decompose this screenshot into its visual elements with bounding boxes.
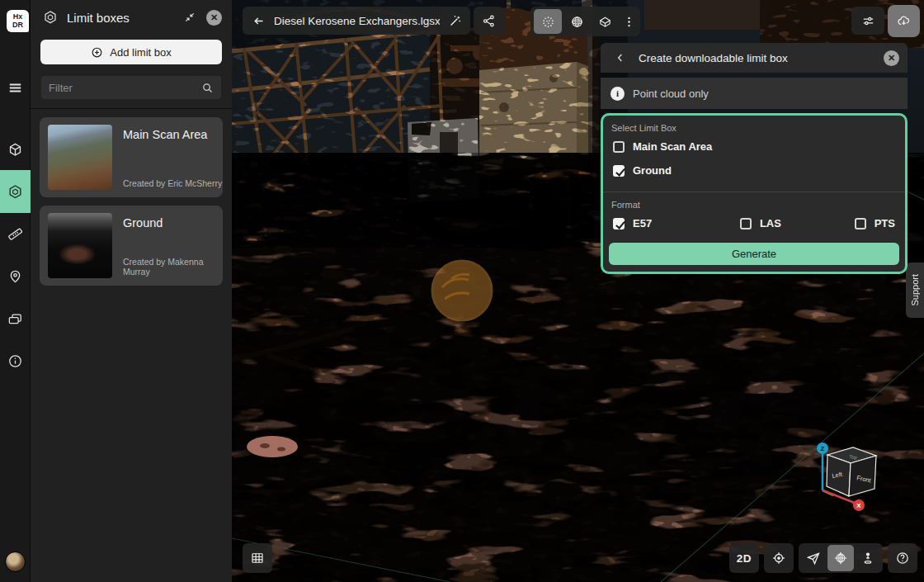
target-icon	[771, 551, 786, 565]
highlighted-form-section: Select Limit Box Main Scan Area Ground F…	[601, 113, 908, 274]
main-menu-button[interactable]	[0, 71, 31, 104]
orbit-mode-button[interactable]	[827, 545, 854, 571]
back-button[interactable]	[243, 14, 274, 28]
limit-box-icon	[7, 184, 23, 200]
info-banner-text: Point cloud only	[633, 88, 709, 100]
format-option-label: PTS	[874, 217, 895, 229]
limit-box-byline: Created by Eric McSherry	[123, 178, 222, 188]
format-section: Format E57 LAS PTS	[603, 192, 905, 238]
pedestrian-icon	[860, 551, 875, 565]
format-options-row: E57 LAS PTS	[613, 217, 895, 229]
filter-field[interactable]	[41, 76, 221, 99]
ruler-icon	[7, 226, 23, 242]
format-option-label: E57	[633, 217, 652, 229]
mesh-layer-button[interactable]	[564, 9, 590, 34]
more-options-button[interactable]	[620, 9, 637, 34]
dialog-back-button[interactable]	[610, 48, 630, 68]
info-icon: i	[610, 87, 625, 101]
mode-2d-label: 2D	[737, 552, 752, 565]
table-view-button[interactable]	[243, 543, 272, 573]
fly-mode-button[interactable]	[800, 545, 827, 571]
format-section-label: Format	[611, 200, 897, 210]
format-option[interactable]: PTS	[855, 217, 895, 229]
sliders-icon	[861, 14, 875, 28]
limit-boxes-panel: Limit boxes ✕ Add limit box Main Scan Ar…	[31, 0, 232, 582]
paper-plane-icon	[806, 551, 821, 565]
support-tab-label: Support	[910, 274, 920, 306]
las-checkbox[interactable]	[740, 218, 752, 229]
limit-box-byline: Created by Makenna Murray	[123, 257, 223, 277]
limit-box-title: Main Scan Area	[123, 128, 207, 141]
panel-title: Limit boxes	[67, 11, 180, 25]
limit-box-title: Ground	[123, 216, 163, 229]
create-limit-box-dialog: Create downloadable limit box ✕ i Point …	[601, 43, 908, 274]
svg-text:Z: Z	[821, 445, 825, 452]
search-icon	[201, 82, 214, 94]
dialog-close-button[interactable]: ✕	[884, 50, 899, 66]
svg-text:X: X	[856, 502, 861, 509]
download-button[interactable]	[888, 5, 920, 37]
mode-2d-button[interactable]: 2D	[729, 543, 759, 573]
limit-box-list-item[interactable]: Ground Created by Makenna Murray	[40, 206, 223, 286]
limit-box-option-label: Ground	[633, 164, 672, 177]
sidebar-item-limit-boxes[interactable]	[0, 170, 31, 213]
document-title: Diesel Kerosene Exchangers.lgsx	[274, 15, 441, 27]
point-cloud-layer-button[interactable]	[534, 9, 562, 34]
scan-position-marker[interactable]	[432, 261, 492, 320]
panel-header: Limit boxes ✕	[31, 0, 232, 35]
main-scan-area-checkbox[interactable]	[613, 141, 625, 153]
plus-circle-icon	[91, 46, 103, 59]
map-pin-icon	[7, 268, 23, 284]
dialog-title: Create downloadable limit box	[639, 52, 884, 64]
add-limit-box-button[interactable]: Add limit box	[40, 40, 222, 64]
share-button[interactable]	[474, 7, 504, 35]
format-option[interactable]: E57	[613, 217, 652, 229]
collapse-panel-button[interactable]	[180, 7, 200, 27]
layers-stack-icon	[7, 311, 23, 327]
close-panel-button[interactable]: ✕	[206, 10, 222, 26]
view-settings-button[interactable]	[851, 7, 884, 35]
limit-box-thumbnail	[48, 213, 112, 278]
globe-crosshair-icon	[833, 551, 848, 565]
support-tab[interactable]: Support	[906, 263, 924, 318]
info-banner: i Point cloud only	[601, 78, 908, 109]
collapse-arrows-icon	[183, 11, 196, 24]
user-avatar[interactable]	[5, 551, 26, 572]
limit-box-list-item[interactable]: Main Scan Area Created by Eric McSherry	[40, 117, 223, 197]
limit-box-option-row[interactable]: Ground	[613, 164, 895, 177]
textured-mesh-icon	[598, 15, 612, 29]
document-title-bar: Diesel Kerosene Exchangers.lgsx	[243, 7, 453, 35]
walk-mode-button[interactable]	[855, 545, 881, 571]
sidebar-item-models[interactable]	[0, 133, 31, 166]
magic-wand-button[interactable]	[440, 7, 470, 35]
select-limit-box-section: Select Limit Box Main Scan Area Ground	[603, 116, 905, 192]
sidebar-item-annotations[interactable]	[0, 259, 31, 292]
pts-checkbox[interactable]	[855, 218, 866, 229]
sidebar-item-assets[interactable]	[0, 302, 31, 335]
cube-icon	[7, 142, 23, 158]
hxdr-logo[interactable]: Hx DR	[7, 10, 29, 32]
sidebar-item-info[interactable]	[0, 344, 31, 377]
filter-input[interactable]	[49, 82, 201, 94]
ground-checkbox[interactable]	[613, 165, 625, 177]
model-layer-button[interactable]	[592, 9, 618, 34]
point-cloud-icon	[541, 15, 555, 29]
sidebar-item-measure[interactable]	[0, 217, 31, 250]
kebab-menu-icon	[622, 15, 636, 29]
panel-divider	[31, 108, 232, 109]
left-icon-rail: Hx DR	[0, 0, 31, 582]
help-button[interactable]	[888, 543, 917, 573]
hamburger-icon	[7, 80, 23, 96]
locate-button[interactable]	[764, 543, 794, 573]
generate-button[interactable]: Generate	[609, 243, 899, 265]
limit-box-icon	[43, 10, 58, 25]
layer-toolbar	[530, 7, 640, 36]
limit-box-thumbnail	[48, 125, 112, 190]
info-icon	[7, 353, 23, 369]
format-option[interactable]: LAS	[740, 217, 781, 229]
share-icon	[482, 14, 496, 28]
e57-checkbox[interactable]	[613, 218, 625, 229]
select-section-label: Select Limit Box	[611, 123, 897, 133]
help-icon	[895, 551, 910, 565]
limit-box-option-row[interactable]: Main Scan Area	[613, 140, 895, 153]
